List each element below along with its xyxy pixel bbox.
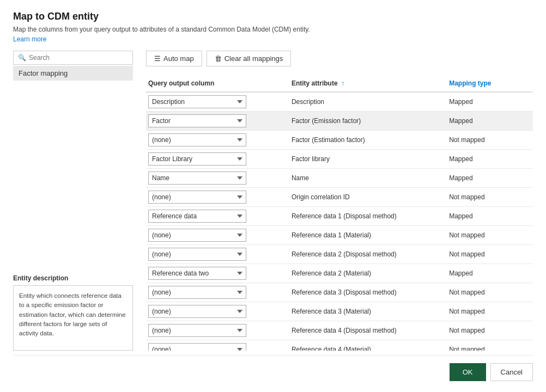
sort-arrow-icon[interactable]: ↑ [341, 79, 344, 87]
query-column-select[interactable]: (none) [148, 229, 246, 242]
table-row: (none)Reference data 4 (Disposal method)… [146, 321, 533, 340]
col-header-entity: Entity attribute ↑ [289, 75, 447, 92]
table-row: Reference data twoReference data 2 (Mate… [146, 264, 533, 283]
query-column-select[interactable]: (none) [148, 305, 246, 318]
entity-attribute-cell: Reference data 1 (Disposal method) [289, 207, 447, 226]
query-output-cell: (none) [146, 340, 289, 351]
mapping-status-cell: Mapped [447, 264, 533, 283]
entity-attribute-cell: Origin correlation ID [289, 188, 447, 207]
query-column-select[interactable]: (none) [148, 191, 246, 204]
table-row: (none)Reference data 1 (Material)Not map… [146, 226, 533, 245]
entity-attribute-cell: Reference data 4 (Material) [289, 340, 447, 351]
table-row: FactorFactor (Emission factor)Mapped [146, 112, 533, 131]
auto-map-icon: ☰ [154, 54, 161, 63]
mapping-status-cell: Not mapped [447, 321, 533, 340]
search-box[interactable]: 🔍 [13, 51, 133, 65]
clear-all-mappings-button[interactable]: 🗑 Clear all mappings [207, 51, 292, 66]
query-column-select[interactable]: Factor [148, 114, 246, 127]
query-column-select[interactable]: Description [148, 95, 246, 108]
mapping-status-cell: Not mapped [447, 245, 533, 264]
mapping-status-cell: Not mapped [447, 283, 533, 302]
query-output-cell: (none) [146, 302, 289, 321]
query-column-select[interactable]: (none) [148, 248, 246, 261]
query-output-cell: Factor Library [146, 150, 289, 169]
right-panel: ☰ Auto map 🗑 Clear all mappings Query ou… [133, 51, 533, 351]
entity-description-text: Entity which connects reference data to … [13, 285, 133, 351]
table-row: (none)Reference data 3 (Disposal method)… [146, 283, 533, 302]
mapping-status-cell: Mapped [447, 92, 533, 112]
table-row: Factor LibraryFactor libraryMapped [146, 150, 533, 169]
col-header-query: Query output column [146, 75, 289, 92]
query-output-cell: Reference data two [146, 264, 289, 283]
mapping-table: Query output column Entity attribute ↑ M… [146, 75, 533, 351]
entity-attribute-cell: Reference data 2 (Material) [289, 264, 447, 283]
entity-attribute-cell: Factor (Emission factor) [289, 112, 447, 131]
entity-description-label: Entity description [13, 274, 133, 282]
auto-map-button[interactable]: ☰ Auto map [146, 51, 202, 66]
query-output-cell: Factor [146, 112, 289, 131]
query-column-select[interactable]: Reference data [148, 210, 246, 223]
page-subtitle: Map the columns from your query output t… [13, 26, 533, 33]
entity-attribute-cell: Reference data 2 (Disposal method) [289, 245, 447, 264]
query-column-select[interactable]: Reference data two [148, 267, 246, 280]
table-row: (none)Origin correlation IDNot mapped [146, 188, 533, 207]
page-container: Map to CDM entity Map the columns from y… [0, 0, 546, 392]
query-output-cell: (none) [146, 131, 289, 150]
table-row: Reference dataReference data 1 (Disposal… [146, 207, 533, 226]
table-row: (none)Reference data 3 (Material)Not map… [146, 302, 533, 321]
main-content: 🔍 Factor mapping Entity description Enti… [13, 51, 533, 351]
query-column-select[interactable]: (none) [148, 286, 246, 299]
query-column-select[interactable]: (none) [148, 133, 246, 146]
query-output-cell: Description [146, 92, 289, 112]
mapping-status-cell: Mapped [447, 169, 533, 188]
table-row: (none)Factor (Estimation factor)Not mapp… [146, 131, 533, 150]
entity-description-container: Entity description Entity which connects… [13, 266, 133, 351]
entity-attribute-cell: Reference data 4 (Disposal method) [289, 321, 447, 340]
search-icon: 🔍 [18, 54, 26, 62]
mapping-status-cell: Not mapped [447, 131, 533, 150]
mapping-status-cell: Not mapped [447, 226, 533, 245]
mapping-status-cell: Mapped [447, 150, 533, 169]
cancel-button[interactable]: Cancel [490, 363, 533, 381]
mapping-status-cell: Mapped [447, 207, 533, 226]
table-row: DescriptionDescriptionMapped [146, 92, 533, 112]
query-column-select[interactable]: (none) [148, 324, 246, 337]
toolbar: ☰ Auto map 🗑 Clear all mappings [146, 51, 533, 66]
entity-attribute-cell: Description [289, 92, 447, 112]
query-output-cell: (none) [146, 188, 289, 207]
page-title: Map to CDM entity [13, 11, 533, 22]
query-output-cell: (none) [146, 321, 289, 340]
query-column-select[interactable]: Factor Library [148, 152, 246, 166]
query-output-cell: (none) [146, 283, 289, 302]
col-header-mapping: Mapping type [447, 75, 533, 92]
entity-attribute-cell: Factor library [289, 150, 447, 169]
query-output-cell: (none) [146, 226, 289, 245]
clear-all-icon: 🗑 [215, 54, 222, 63]
mapping-table-container: Query output column Entity attribute ↑ M… [146, 75, 533, 351]
left-panel: 🔍 Factor mapping Entity description Enti… [13, 51, 133, 351]
search-input[interactable] [29, 54, 128, 62]
entity-attribute-cell: Reference data 3 (Material) [289, 302, 447, 321]
table-row: (none)Reference data 2 (Disposal method)… [146, 245, 533, 264]
learn-more-link[interactable]: Learn more [13, 35, 533, 43]
query-column-select[interactable]: (none) [148, 343, 246, 351]
mapping-status-cell: Mapped [447, 112, 533, 131]
sidebar-item-factor-mapping[interactable]: Factor mapping [13, 66, 133, 81]
mapping-status-cell: Not mapped [447, 340, 533, 351]
entity-attribute-cell: Name [289, 169, 447, 188]
table-row: NameNameMapped [146, 169, 533, 188]
query-output-cell: Reference data [146, 207, 289, 226]
query-column-select[interactable]: Name [148, 171, 246, 185]
entity-attribute-cell: Reference data 3 (Disposal method) [289, 283, 447, 302]
table-row: (none)Reference data 4 (Material)Not map… [146, 340, 533, 351]
entity-attribute-cell: Reference data 1 (Material) [289, 226, 447, 245]
footer: OK Cancel [13, 355, 533, 381]
ok-button[interactable]: OK [450, 363, 486, 381]
mapping-status-cell: Not mapped [447, 302, 533, 321]
mapping-status-cell: Not mapped [447, 188, 533, 207]
query-output-cell: Name [146, 169, 289, 188]
query-output-cell: (none) [146, 245, 289, 264]
entity-attribute-cell: Factor (Estimation factor) [289, 131, 447, 150]
